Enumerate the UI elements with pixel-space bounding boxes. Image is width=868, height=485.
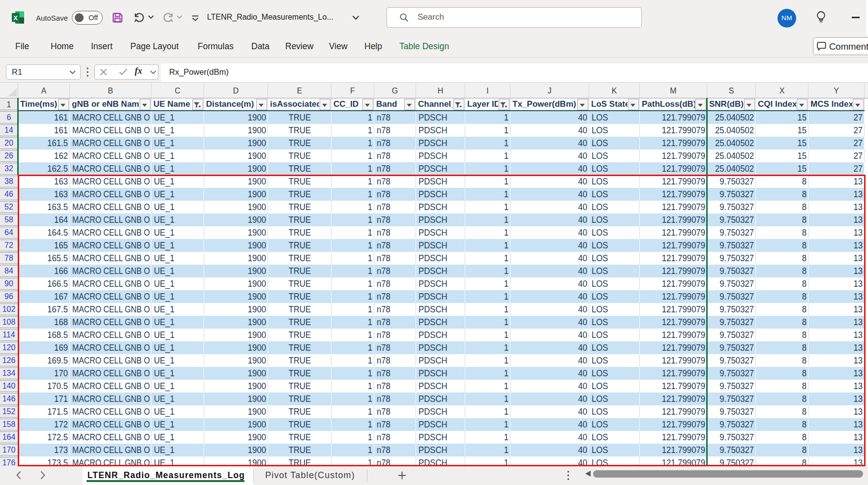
svg-text:X: X [13,14,18,22]
